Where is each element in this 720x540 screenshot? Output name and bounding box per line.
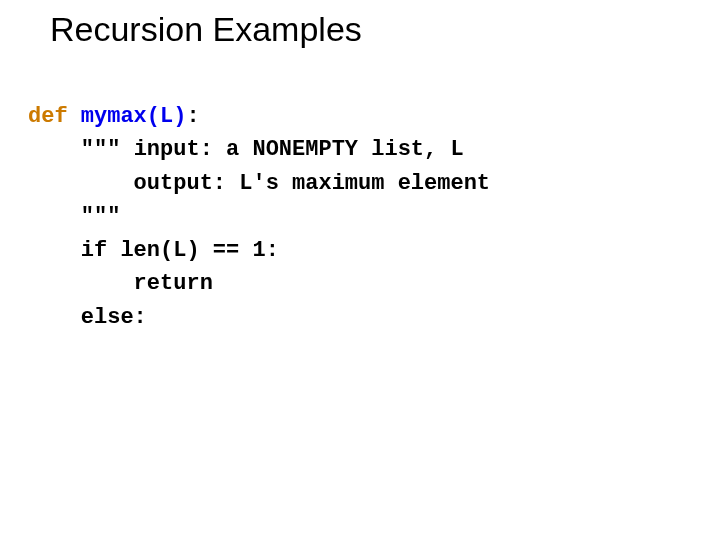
slide-title: Recursion Examples bbox=[50, 10, 362, 49]
docstring-close: """ bbox=[28, 204, 120, 229]
docstring-line-1: input: a NONEMPTY list, L bbox=[134, 137, 464, 162]
if-line: if len(L) == 1: bbox=[28, 238, 279, 263]
docstring-line-2: output: L's maximum element bbox=[28, 171, 490, 196]
colon: : bbox=[186, 104, 199, 129]
docstring-open: """ bbox=[28, 137, 134, 162]
keyword-def: def bbox=[28, 104, 68, 129]
function-signature: mymax(L) bbox=[81, 104, 187, 129]
else-line: else: bbox=[28, 305, 147, 330]
code-block: def mymax(L): """ input: a NONEMPTY list… bbox=[28, 100, 490, 334]
return-line: return bbox=[28, 271, 213, 296]
slide: Recursion Examples def mymax(L): """ inp… bbox=[0, 0, 720, 540]
